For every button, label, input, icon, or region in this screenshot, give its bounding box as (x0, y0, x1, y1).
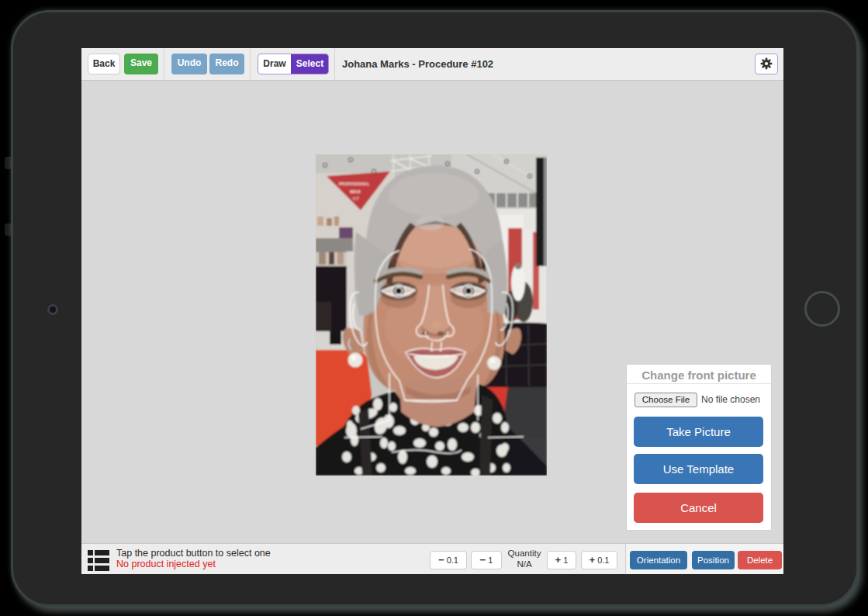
svg-text:KIT: KIT (353, 196, 359, 201)
svg-text:PROFESSIONAL: PROFESSIONAL (339, 182, 369, 186)
svg-text:WAX: WAX (350, 189, 361, 194)
